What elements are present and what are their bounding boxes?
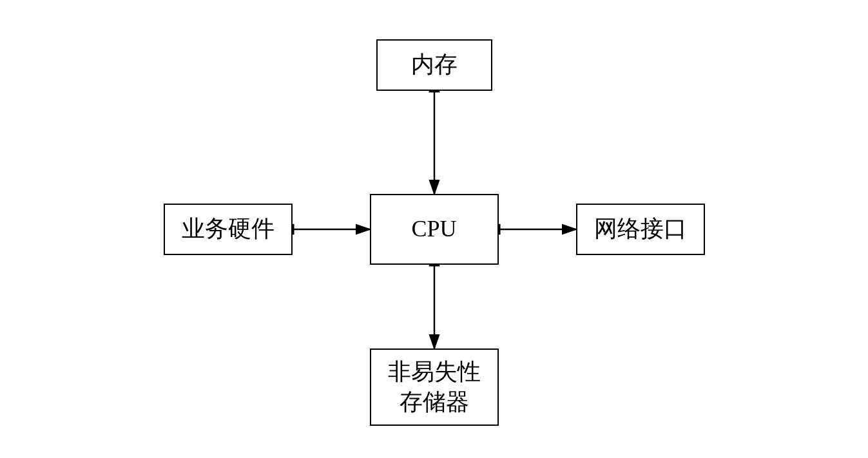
storage-box: 非易失性 存储器 [370, 348, 499, 426]
architecture-diagram: 内存 业务硬件 CPU 网络接口 非易失性 存储器 [144, 20, 724, 439]
cpu-label: CPU [411, 214, 456, 244]
network-box: 网络接口 [576, 204, 705, 255]
hardware-label: 业务硬件 [182, 214, 275, 244]
memory-box: 内存 [376, 39, 492, 91]
memory-label: 内存 [411, 50, 458, 80]
hardware-box: 业务硬件 [164, 204, 293, 255]
storage-label: 非易失性 存储器 [388, 357, 481, 417]
cpu-box: CPU [370, 194, 499, 265]
network-label: 网络接口 [594, 214, 687, 244]
